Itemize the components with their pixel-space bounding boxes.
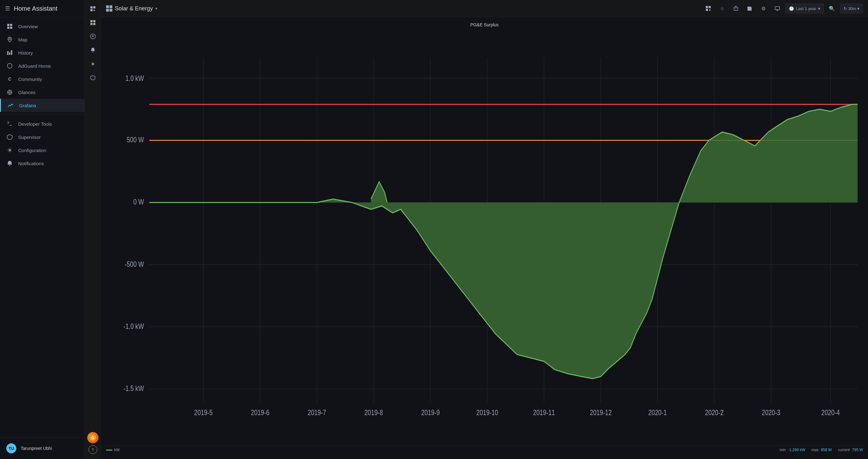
sidebar-item-overview[interactable]: Overview <box>0 20 85 33</box>
svg-point-4 <box>9 38 11 40</box>
settings-panel-btn[interactable] <box>87 58 99 70</box>
chart-wrapper[interactable]: 1.0 kW 500 W 0 W -500 W -1.0 kW -1.5 kW … <box>106 30 863 444</box>
add-panel-toolbar-btn[interactable] <box>703 3 714 14</box>
help-btn[interactable]: ? <box>89 445 97 454</box>
svg-rect-15 <box>93 10 95 11</box>
share-toolbar-btn[interactable] <box>730 3 742 14</box>
sidebar-item-grafana[interactable]: Grafana <box>0 99 85 112</box>
sidebar: ☰ Home Assistant Overview <box>0 0 85 459</box>
user-name: Tarunpreet Ubhi <box>21 446 52 451</box>
sidebar-item-community[interactable]: C Community <box>0 72 85 86</box>
sidebar-item-configuration[interactable]: Configuration <box>0 143 85 157</box>
svg-rect-1 <box>10 24 12 26</box>
sidebar-label-supervisor: Supervisor <box>18 134 41 140</box>
svg-rect-3 <box>10 27 12 29</box>
sidebar-label-configuration: Configuration <box>18 148 46 153</box>
current-label: current <box>838 448 850 452</box>
add-panel-btn[interactable] <box>87 2 99 15</box>
svg-text:2019-10: 2019-10 <box>476 408 498 417</box>
panel-title-area: Solar & Energy ▾ <box>106 5 700 12</box>
svg-text:2019-12: 2019-12 <box>590 408 612 417</box>
refresh-dropdown-icon: ▾ <box>857 6 860 11</box>
supervisor-icon <box>6 134 13 140</box>
refresh-button[interactable]: ↻ 30m ▾ <box>840 3 863 13</box>
sidebar-label-overview: Overview <box>18 24 38 29</box>
map-icon <box>6 36 13 43</box>
search-toolbar-btn[interactable]: 🔍 <box>826 3 838 14</box>
notification-btn[interactable] <box>87 44 99 57</box>
time-range-dropdown-icon: ▾ <box>818 6 820 11</box>
svg-marker-21 <box>92 34 94 37</box>
adguard-icon <box>6 62 13 69</box>
current-stat: current 795 W <box>838 448 863 452</box>
sidebar-item-notifications[interactable]: Notifications <box>0 157 85 170</box>
min-value: -1.269 kW <box>788 448 805 452</box>
sidebar-bottom: TU Tarunpreet Ubhi <box>0 437 85 459</box>
hamburger-menu-icon[interactable]: ☰ <box>5 5 10 12</box>
refresh-interval-label: 30m <box>848 6 856 11</box>
svg-text:2019-8: 2019-8 <box>364 408 383 417</box>
max-label: max <box>811 448 819 452</box>
star-toolbar-btn[interactable]: ☆ <box>716 3 728 14</box>
sidebar-header: ☰ Home Assistant <box>0 0 85 17</box>
chart-container: PG&E Surplus <box>101 17 868 459</box>
svg-text:2019-7: 2019-7 <box>308 408 326 417</box>
svg-text:500 W: 500 W <box>127 135 144 144</box>
monitor-toolbar-btn[interactable] <box>772 3 783 14</box>
icon-panel: G ? <box>85 0 101 459</box>
svg-text:-1.0 kW: -1.0 kW <box>123 322 144 331</box>
user-profile[interactable]: TU Tarunpreet Ubhi <box>0 440 85 457</box>
save-toolbar-btn[interactable] <box>744 3 755 14</box>
toolbar-right: ☆ ⚙ <box>703 3 863 14</box>
legend-kw-item[interactable]: kW <box>106 448 120 452</box>
sidebar-label-grafana: Grafana <box>19 103 36 108</box>
chart-title: PG&E Surplus <box>106 22 863 27</box>
svg-text:2020-2: 2020-2 <box>705 408 724 417</box>
max-value: 858 W <box>821 448 832 452</box>
panel-dropdown-icon[interactable]: ▾ <box>155 6 157 11</box>
time-range-label: Last 1 year <box>796 6 816 11</box>
svg-text:2019-11: 2019-11 <box>533 408 555 417</box>
svg-text:0 W: 0 W <box>133 198 144 206</box>
svg-text:-1.5 kW: -1.5 kW <box>123 384 144 393</box>
current-value: 795 W <box>852 448 863 452</box>
legend-stats: min -1.269 kW max 858 W current 795 W <box>780 448 863 452</box>
settings-toolbar-btn[interactable]: ⚙ <box>758 3 769 14</box>
svg-text:2019-6: 2019-6 <box>251 408 270 417</box>
sidebar-label-map: Map <box>18 37 27 42</box>
svg-rect-2 <box>7 27 9 29</box>
svg-text:2020-3: 2020-3 <box>762 408 780 417</box>
developer-tools-icon <box>6 121 13 127</box>
min-stat: min -1.269 kW <box>780 448 805 452</box>
svg-rect-27 <box>775 7 779 10</box>
sidebar-item-developer-tools[interactable]: Developer Tools <box>0 117 85 130</box>
configuration-icon <box>6 147 13 154</box>
time-range-clock-icon: 🕐 <box>789 6 794 11</box>
main-content: Solar & Energy ▾ ☆ <box>101 0 868 459</box>
grafana-logo-btn[interactable]: G <box>87 431 99 444</box>
compass-btn[interactable] <box>87 30 99 43</box>
svg-text:2020-4: 2020-4 <box>821 408 840 417</box>
toolbar: Solar & Energy ▾ ☆ <box>101 0 868 17</box>
grid-view-btn[interactable] <box>87 16 99 29</box>
sidebar-item-map[interactable]: Map <box>0 33 85 46</box>
svg-text:2019-5: 2019-5 <box>194 408 213 417</box>
sidebar-label-history: History <box>18 50 33 56</box>
time-range-button[interactable]: 🕐 Last 1 year ▾ <box>785 3 824 13</box>
sidebar-item-supervisor[interactable]: Supervisor <box>0 130 85 143</box>
legend-line <box>106 450 112 451</box>
sidebar-label-adguard: AdGuard Home <box>18 63 51 69</box>
svg-text:2020-1: 2020-1 <box>648 408 667 417</box>
panel-grid-icon <box>106 5 112 11</box>
max-stat: max 858 W <box>811 448 832 452</box>
user-avatar: TU <box>6 443 16 453</box>
sidebar-item-glances[interactable]: Glances <box>0 86 85 99</box>
nav-divider <box>0 114 85 115</box>
svg-text:1.0 kW: 1.0 kW <box>126 74 144 83</box>
sidebar-item-adguard[interactable]: AdGuard Home <box>0 59 85 72</box>
refresh-icon: ↻ <box>843 6 847 11</box>
shield-btn[interactable] <box>87 71 99 84</box>
sidebar-item-history[interactable]: History <box>0 46 85 59</box>
sidebar-nav: Overview Map History <box>0 17 85 437</box>
sidebar-title: Home Assistant <box>14 5 57 12</box>
